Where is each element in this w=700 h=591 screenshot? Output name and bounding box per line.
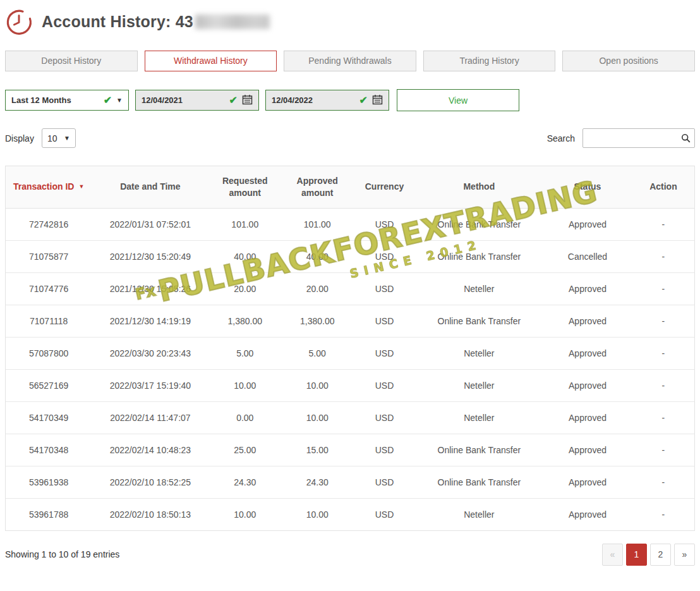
cell-currency: USD (353, 337, 415, 369)
cell-transaction-id: 71071118 (6, 305, 92, 337)
cell-approved-amount: 24.30 (281, 466, 353, 498)
page-title: Account History: 43 (42, 13, 270, 31)
cell-status: Approved (543, 466, 632, 498)
cell-status: Approved (543, 337, 632, 369)
date-to-input[interactable]: 12/04/2022 ✔ (265, 90, 389, 111)
tab-pending-withdrawals[interactable]: Pending Withdrawals (284, 51, 416, 71)
cell-approved-amount: 40.00 (281, 240, 353, 272)
display-count-value: 10 (47, 133, 57, 143)
cell-action: - (632, 401, 694, 434)
pagination-next-button[interactable]: » (674, 544, 695, 566)
calendar-icon (372, 94, 383, 107)
tab-open-positions[interactable]: Open positions (562, 51, 695, 71)
cell-date-and-time: 2022/02/10 18:50:13 (92, 498, 208, 530)
table-footer: Showing 1 to 10 of 19 entries « 1 2 » (0, 531, 700, 576)
table-row: 727428162022/01/31 07:52:01101.00101.00U… (6, 208, 694, 240)
cell-date-and-time: 2021/12/30 14:19:19 (92, 305, 208, 337)
search-icon (681, 133, 691, 145)
cell-action: - (632, 369, 694, 401)
cell-requested-amount: 5.00 (209, 337, 281, 369)
check-icon: ✔ (104, 95, 112, 106)
table-row: 565271692022/03/17 15:19:4010.0010.00USD… (6, 369, 694, 401)
cell-approved-amount: 101.00 (281, 208, 353, 240)
cell-status: Approved (543, 305, 632, 337)
column-header-approved-amount[interactable]: Approved amount (281, 166, 353, 208)
cell-approved-amount: 10.00 (281, 401, 353, 434)
cell-currency: USD (353, 272, 415, 305)
cell-approved-amount: 10.00 (281, 498, 353, 530)
cell-status: Approved (543, 401, 632, 434)
withdrawal-history-table: Transaction ID▼ Date and Time Requested … (5, 166, 695, 531)
table-header-row: Transaction ID▼ Date and Time Requested … (6, 166, 694, 208)
cell-method: Neteller (416, 369, 543, 401)
tab-trading-history[interactable]: Trading History (423, 51, 556, 71)
cell-requested-amount: 24.30 (209, 466, 281, 498)
cell-currency: USD (353, 369, 415, 401)
cell-action: - (632, 305, 694, 337)
cell-method: Online Bank Transfer (416, 305, 543, 337)
column-header-action[interactable]: Action (632, 166, 694, 208)
column-header-date-and-time[interactable]: Date and Time (92, 166, 208, 208)
column-header-currency[interactable]: Currency (353, 166, 415, 208)
table-row: 570878002022/03/30 20:23:435.005.00USDNe… (6, 337, 694, 369)
pagination-page-1-button[interactable]: 1 (626, 544, 647, 566)
table-row: 539619382022/02/10 18:52:2524.3024.30USD… (6, 466, 694, 498)
display-label: Display (5, 133, 34, 143)
cell-currency: USD (353, 434, 415, 466)
cell-date-and-time: 2021/12/30 15:20:49 (92, 240, 208, 272)
cell-currency: USD (353, 498, 415, 530)
cell-requested-amount: 10.00 (209, 498, 281, 530)
table-row: 710758772021/12/30 15:20:4940.0040.00USD… (6, 240, 694, 272)
search-box (582, 128, 695, 148)
pagination: « 1 2 » (602, 544, 695, 566)
column-header-status[interactable]: Status (543, 166, 632, 208)
column-header-label: Transaction ID (13, 181, 74, 192)
cell-requested-amount: 40.00 (209, 240, 281, 272)
display-group: Display 10 ▼ (5, 128, 76, 148)
display-count-select[interactable]: 10 ▼ (42, 128, 76, 148)
period-value: Last 12 Months (11, 95, 71, 105)
cell-status: Approved (543, 208, 632, 240)
cell-action: - (632, 240, 694, 272)
cell-requested-amount: 20.00 (209, 272, 281, 305)
cell-method: Neteller (416, 401, 543, 434)
search-input[interactable] (582, 128, 695, 148)
check-icon: ✔ (359, 95, 368, 106)
entries-summary: Showing 1 to 10 of 19 entries (5, 549, 119, 559)
cell-date-and-time: 2021/12/30 15:05:26 (92, 272, 208, 305)
cell-currency: USD (353, 401, 415, 434)
cell-status: Approved (543, 369, 632, 401)
column-header-requested-amount[interactable]: Requested amount (209, 166, 281, 208)
pagination-prev-button[interactable]: « (602, 544, 623, 566)
cell-requested-amount: 0.00 (209, 401, 281, 434)
cell-action: - (632, 272, 694, 305)
pagination-page-2-button[interactable]: 2 (650, 544, 671, 566)
column-header-transaction-id[interactable]: Transaction ID▼ (6, 166, 92, 208)
table-row: 541703492022/02/14 11:47:070.0010.00USDN… (6, 401, 694, 434)
date-to-icons: ✔ (359, 94, 383, 107)
chevron-down-icon: ▼ (64, 135, 70, 142)
calendar-icon (242, 94, 253, 107)
chevron-down-icon: ▼ (116, 97, 123, 104)
table-row: 541703482022/02/14 10:48:2325.0015.00USD… (6, 434, 694, 466)
cell-currency: USD (353, 466, 415, 498)
cell-currency: USD (353, 305, 415, 337)
cell-approved-amount: 20.00 (281, 272, 353, 305)
cell-approved-amount: 15.00 (281, 434, 353, 466)
table-body: 727428162022/01/31 07:52:01101.00101.00U… (6, 208, 694, 530)
cell-transaction-id: 54170349 (6, 401, 92, 434)
tab-deposit-history[interactable]: Deposit History (5, 51, 138, 71)
cell-date-and-time: 2022/02/14 11:47:07 (92, 401, 208, 434)
table-controls: Display 10 ▼ Search (0, 111, 700, 148)
view-button[interactable]: View (397, 89, 519, 111)
tab-withdrawal-history[interactable]: Withdrawal History (145, 51, 277, 71)
cell-status: Approved (543, 498, 632, 530)
date-from-input[interactable]: 12/04/2021 ✔ (135, 90, 259, 111)
cell-transaction-id: 57087800 (6, 337, 92, 369)
cell-method: Online Bank Transfer (416, 240, 543, 272)
cell-transaction-id: 54170348 (6, 434, 92, 466)
column-header-method[interactable]: Method (416, 166, 543, 208)
period-dropdown[interactable]: Last 12 Months ✔ ▼ (5, 90, 129, 111)
date-from-value: 12/04/2021 (142, 95, 183, 105)
page-title-text: Account History: 43 (42, 13, 193, 31)
